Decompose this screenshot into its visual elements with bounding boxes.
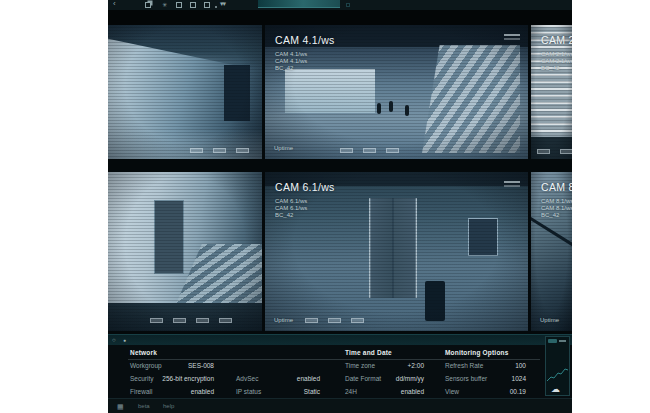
ip-status-value: Static bbox=[258, 387, 320, 397]
mini-graph-widget[interactable]: ☁ bbox=[545, 336, 570, 396]
widget-status-pill bbox=[548, 339, 557, 343]
taskbar-link-beta[interactable]: beta bbox=[138, 403, 150, 409]
feed-tag-row bbox=[305, 318, 364, 323]
taskbar-link-help[interactable]: help bbox=[163, 403, 174, 409]
camera-meta-lines: CAM 2.1/ws CAM 2.1/ws BC_42 bbox=[541, 51, 572, 72]
refresh-rate-value: 100 bbox=[464, 361, 526, 371]
uptime-label: Uptime bbox=[274, 317, 293, 323]
view-value: 00.19 bbox=[464, 387, 526, 397]
back-icon[interactable]: ‹ bbox=[113, 0, 116, 9]
settings-panel: Network Workgroup SES-008 Security 256-b… bbox=[108, 345, 572, 398]
toolbar-mini-icon[interactable] bbox=[346, 3, 350, 7]
top-toolbar: ‹ ✳ ▾▾ bbox=[108, 0, 572, 10]
chevron-down-icon[interactable]: ▾▾ bbox=[220, 0, 225, 9]
uptime-label: Uptime bbox=[540, 317, 559, 323]
camera-tile-cam81[interactable]: CAM 8.1/ws CAM 8.1/ws CAM 8.1/ws BC_42 U… bbox=[531, 172, 572, 331]
network-section-title: Network bbox=[130, 348, 157, 358]
advsec-value: enabled bbox=[258, 374, 320, 384]
cloud-icon: ☁ bbox=[551, 384, 560, 395]
uptime-label: Uptime bbox=[274, 145, 293, 151]
gear-icon[interactable]: ✳ bbox=[162, 1, 167, 8]
feed-tag-row bbox=[340, 148, 399, 153]
toolbar-shadow-band bbox=[108, 10, 572, 25]
camera-timestamp-marks bbox=[504, 34, 520, 36]
camera-tile-lobby[interactable] bbox=[108, 172, 262, 331]
camera-grid: CAM 4.1/ws CAM 4.1/ws CAM 4.1/ws BC_42 U… bbox=[108, 25, 572, 331]
feed-tag-row bbox=[150, 318, 232, 323]
camera-title: CAM 4.1/ws bbox=[275, 34, 335, 46]
view-label: View bbox=[445, 387, 459, 397]
time-section-title: Time and Date bbox=[345, 348, 392, 358]
camera-meta-lines: CAM 6.1/ws CAM 6.1/ws BC_42 bbox=[275, 198, 307, 219]
feed-tag-row bbox=[537, 149, 572, 154]
timezone-value: +2:00 bbox=[360, 361, 424, 371]
camera-tile-cam21[interactable]: CAM 2.1/ws CAM 2.1/ws CAM 2.1/ws BC_42 bbox=[531, 25, 572, 159]
camera-meta-lines: CAM 4.1/ws CAM 4.1/ws BC_42 bbox=[275, 51, 307, 72]
sparkline-chart bbox=[546, 367, 569, 383]
camera-title: CAM 6.1/ws bbox=[275, 181, 335, 193]
export-icon[interactable] bbox=[145, 2, 151, 8]
camera-tile-corridor[interactable] bbox=[108, 25, 262, 159]
camera-title: CAM 8.1/ws bbox=[541, 181, 572, 193]
24h-value: enabled bbox=[360, 387, 424, 397]
surveillance-console-window: ‹ ✳ ▾▾ bbox=[108, 0, 572, 413]
firewall-value: enabled bbox=[146, 387, 214, 397]
app-grid-icon[interactable]: ▦ bbox=[117, 402, 124, 411]
camera-meta-lines: CAM 8.1/ws CAM 8.1/ws BC_42 bbox=[541, 198, 572, 219]
monitoring-section-title: Monitoring Options bbox=[445, 348, 509, 358]
camera-tile-cam61[interactable]: CAM 6.1/ws CAM 6.1/ws CAM 6.1/ws BC_42 U… bbox=[265, 172, 528, 331]
24h-label: 24H bbox=[345, 387, 357, 397]
security-value: 256-bit encryption bbox=[146, 374, 214, 384]
taskbar: ▦ beta help bbox=[108, 398, 572, 413]
camera-tile-cam41[interactable]: CAM 4.1/ws CAM 4.1/ws CAM 4.1/ws BC_42 U… bbox=[265, 25, 528, 159]
advsec-label: AdvSec bbox=[236, 374, 258, 384]
sensors-buffer-value: 1024 bbox=[464, 374, 526, 384]
status-strip: ○ ● bbox=[108, 334, 572, 345]
camera-title: CAM 2.1/ws bbox=[541, 34, 572, 46]
header-separator bbox=[128, 359, 540, 360]
active-tab-highlight[interactable] bbox=[258, 0, 340, 8]
separator-dot bbox=[215, 6, 217, 8]
window-layout-icon-3[interactable] bbox=[204, 2, 210, 8]
camera-timestamp-marks bbox=[504, 181, 520, 183]
screenshot-canvas: ‹ ✳ ▾▾ bbox=[0, 0, 650, 413]
window-layout-icon-1[interactable] bbox=[176, 2, 182, 8]
window-layout-icon-2[interactable] bbox=[190, 2, 196, 8]
feed-tag-row bbox=[190, 148, 249, 153]
widget-header-dash bbox=[559, 340, 566, 342]
dateformat-value: dd/mm/yy bbox=[360, 374, 424, 384]
workgroup-value: SES-008 bbox=[146, 361, 214, 371]
